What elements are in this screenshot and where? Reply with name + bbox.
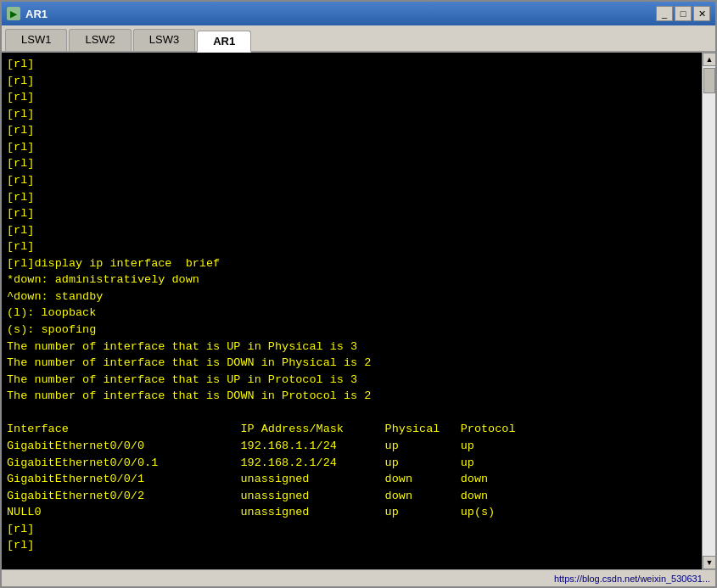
title-buttons: _ □ ✕ [656, 6, 710, 21]
close-button[interactable]: ✕ [693, 6, 710, 21]
scroll-up-button[interactable]: ▲ [703, 53, 715, 66]
tab-bar: LSW1 LSW2 LSW3 AR1 [2, 25, 715, 53]
status-bar: https://blog.csdn.net/weixin_530631... [2, 569, 715, 586]
title-bar: ▶ AR1 _ □ ✕ [2, 2, 715, 25]
scrollbar[interactable]: ▲ ▼ [702, 53, 715, 569]
window-icon: ▶ [7, 7, 20, 20]
terminal-output[interactable]: [rl] [rl] [rl] [rl] [rl] [rl] [rl] [rl] … [2, 53, 702, 569]
title-bar-left: ▶ AR1 [7, 7, 48, 20]
tab-lsw3[interactable]: LSW3 [133, 29, 195, 51]
window-title: AR1 [25, 8, 48, 20]
tab-ar1[interactable]: AR1 [197, 31, 251, 53]
scroll-thumb[interactable] [703, 68, 715, 93]
scroll-down-button[interactable]: ▼ [703, 556, 715, 569]
main-window: ▶ AR1 _ □ ✕ LSW1 LSW2 LSW3 AR1 [rl] [rl]… [0, 0, 717, 588]
tab-lsw2[interactable]: LSW2 [69, 29, 131, 51]
tab-lsw1[interactable]: LSW1 [5, 29, 67, 51]
minimize-button[interactable]: _ [656, 6, 673, 21]
status-url: https://blog.csdn.net/weixin_530631... [554, 574, 710, 584]
restore-button[interactable]: □ [675, 6, 692, 21]
content-area: [rl] [rl] [rl] [rl] [rl] [rl] [rl] [rl] … [2, 53, 715, 569]
scroll-track [703, 66, 715, 556]
